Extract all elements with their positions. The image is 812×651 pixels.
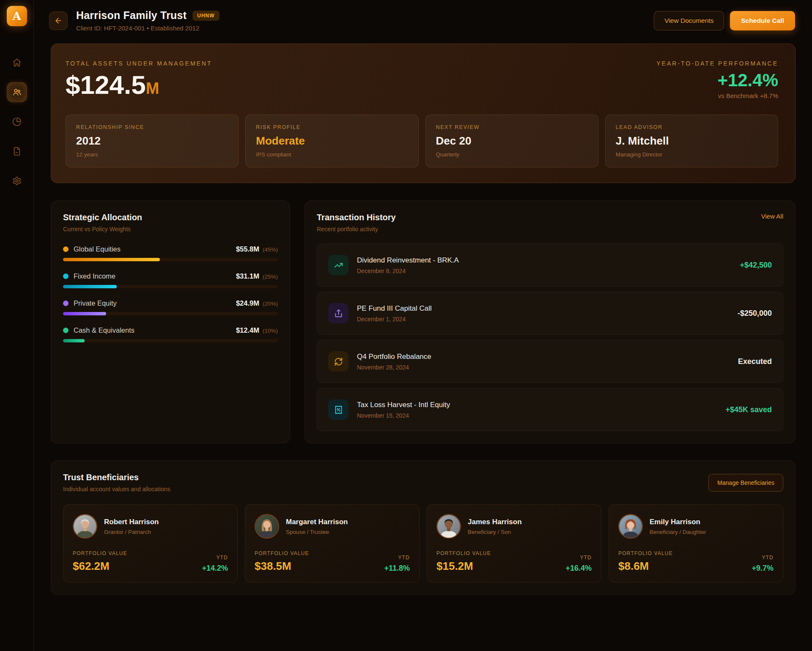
transaction-row[interactable]: Q4 Portfolio Rebalance November 28, 2024… — [317, 340, 783, 383]
beneficiaries-subtitle: Individual account values and allocation… — [63, 486, 170, 492]
portfolio-value: $62.2M — [73, 560, 127, 573]
beneficiary-card-james[interactable]: James Harrison Beneficiary / Son PORTFOL… — [427, 504, 601, 583]
sidebar-item-documents[interactable] — [7, 141, 27, 161]
portfolio-value-label: PORTFOLIO VALUE — [73, 550, 127, 556]
allocation-name: Global Equities — [74, 245, 121, 253]
transactions-subtitle: Recent portfolio activity — [317, 226, 396, 232]
schedule-call-button[interactable]: Schedule Call — [730, 11, 795, 30]
allocation-subtitle: Current vs Policy Weights — [63, 226, 278, 232]
allocation-name: Fixed Income — [74, 272, 115, 280]
stat-card-next-review: NEXT REVIEW Dec 20 Quarterly — [425, 115, 598, 167]
allocation-dot — [63, 301, 69, 306]
sidebar-item-home[interactable] — [7, 52, 27, 73]
ytd-block: YTD +16.4% — [565, 555, 592, 573]
allocation-name: Private Equity — [74, 299, 117, 307]
allocation-value: $31.1M — [236, 272, 259, 280]
view-documents-button[interactable]: View Documents — [654, 11, 724, 30]
allocation-weight: (10%) — [263, 328, 278, 334]
ytd-label: YTD — [384, 555, 410, 561]
beneficiary-card-robert[interactable]: Robert Harrison Grantor / Patriarch PORT… — [63, 504, 238, 583]
person-head: Emily Harrison Beneficiary / Daughter — [650, 518, 706, 535]
beneficiaries-grid: Robert Harrison Grantor / Patriarch PORT… — [63, 504, 783, 583]
transaction-row[interactable]: Dividend Reinvestment - BRK.A December 8… — [317, 243, 783, 287]
sidebar: A — [0, 0, 34, 651]
stat-label: LEAD ADVISOR — [616, 124, 768, 130]
ytd-value: +11.8% — [384, 564, 410, 573]
app-logo[interactable]: A — [7, 6, 27, 26]
allocation-bar — [63, 312, 106, 315]
person-role: Beneficiary / Son — [468, 529, 522, 535]
back-button[interactable] — [49, 11, 68, 30]
beneficiaries-title: Trust Beneficiaries — [63, 473, 170, 482]
person-role: Spouse / Trustee — [286, 529, 348, 535]
person-name: Emily Harrison — [650, 518, 706, 526]
portfolio-value-label: PORTFOLIO VALUE — [255, 550, 309, 556]
stat-grid: RELATIONSHIP SINCE 2012 12 years RISK PR… — [66, 115, 778, 167]
allocation-value: $24.9M — [236, 299, 259, 307]
stat-label: NEXT REVIEW — [436, 124, 588, 130]
allocation-weight: (25%) — [263, 274, 278, 280]
sidebar-item-clients[interactable] — [7, 82, 27, 102]
portfolio-value-label: PORTFOLIO VALUE — [618, 550, 673, 556]
transaction-amount: +$45K saved — [725, 405, 772, 414]
refresh-icon — [328, 351, 348, 372]
ytd-value: +9.7% — [752, 564, 774, 573]
allocation-row-fixed-income: Fixed Income $31.1M(25%) — [63, 272, 278, 288]
receipt-percent-icon — [328, 399, 348, 420]
document-icon — [12, 147, 22, 156]
ytd-block: YTD +9.7% — [752, 555, 774, 573]
portfolio-block: PORTFOLIO VALUE $38.5M — [255, 550, 309, 573]
stat-sub: 12 years — [76, 151, 228, 158]
transaction-row[interactable]: Tax Loss Harvest - Intl Equity November … — [317, 388, 783, 431]
manage-beneficiaries-button[interactable]: Manage Beneficiaries — [708, 474, 783, 492]
stat-value: Moderate — [256, 134, 408, 148]
transaction-list: Dividend Reinvestment - BRK.A December 8… — [317, 243, 783, 431]
strategic-allocation-card: Strategic Allocation Current vs Policy W… — [51, 200, 290, 443]
stat-sub: Managing Director — [616, 151, 768, 158]
ytd-block: YEAR-TO-DATE PERFORMANCE +12.4% vs Bench… — [656, 60, 778, 99]
beneficiary-card-margaret[interactable]: Margaret Harrison Spouse / Trustee PORTF… — [245, 504, 420, 583]
stat-card-risk-profile: RISK PROFILE Moderate IPS compliant — [245, 115, 418, 167]
title-block: Harrison Family Trust UHNW Client ID: HF… — [76, 9, 219, 32]
stat-label: RISK PROFILE — [256, 124, 408, 130]
allocation-dot — [63, 274, 69, 279]
portfolio-value: $38.5M — [255, 560, 309, 573]
portfolio-block: PORTFOLIO VALUE $15.2M — [436, 550, 491, 573]
sidebar-nav — [7, 52, 27, 191]
transaction-date: December 1, 2024 — [357, 316, 432, 323]
beneficiary-card-emily[interactable]: Emily Harrison Beneficiary / Daughter PO… — [609, 504, 783, 583]
aum-value: $124.5M — [66, 72, 212, 98]
page-title: Harrison Family Trust — [76, 9, 187, 22]
allocation-weight: (45%) — [263, 246, 278, 253]
users-icon — [12, 88, 22, 97]
avatar — [436, 514, 461, 539]
ytd-value: +16.4% — [565, 564, 592, 573]
allocation-title: Strategic Allocation — [63, 213, 278, 222]
allocation-bar — [63, 339, 85, 342]
transaction-title: PE Fund III Capital Call — [357, 304, 432, 313]
ytd-label: YEAR-TO-DATE PERFORMANCE — [656, 60, 778, 67]
allocation-bar — [63, 285, 117, 288]
person-name: Robert Harrison — [104, 518, 159, 526]
person-head: Margaret Harrison Spouse / Trustee — [286, 518, 348, 535]
beneficiaries-heading: Trust Beneficiaries Individual account v… — [63, 473, 170, 492]
sidebar-item-portfolio[interactable] — [7, 112, 27, 132]
client-subtitle: Client ID: HFT-2024-001 • Established 20… — [76, 25, 219, 32]
stat-value: 2012 — [76, 134, 228, 148]
aum-block: TOTAL ASSETS UNDER MANAGEMENT $124.5M — [66, 60, 212, 98]
portfolio-value: $8.6M — [618, 560, 673, 573]
transaction-title: Q4 Portfolio Rebalance — [357, 353, 431, 361]
stat-card-relationship: RELATIONSHIP SINCE 2012 12 years — [66, 115, 239, 167]
ytd-label: YTD — [565, 555, 592, 561]
transaction-heading: Transaction History Recent portfolio act… — [317, 213, 396, 232]
transaction-title: Dividend Reinvestment - BRK.A — [357, 256, 459, 265]
transaction-date: November 28, 2024 — [357, 364, 431, 371]
ytd-block: YTD +11.8% — [384, 555, 410, 573]
transaction-row[interactable]: PE Fund III Capital Call December 1, 202… — [317, 292, 783, 335]
sidebar-item-settings[interactable] — [7, 171, 27, 191]
allocation-track — [63, 285, 278, 288]
allocation-list: Global Equities $55.8M(45%) Fixed Income… — [63, 245, 278, 342]
view-all-link[interactable]: View All — [761, 213, 783, 220]
allocation-row-cash: Cash & Equivalents $12.4M(10%) — [63, 326, 278, 342]
content: TOTAL ASSETS UNDER MANAGEMENT $124.5M YE… — [34, 39, 812, 595]
